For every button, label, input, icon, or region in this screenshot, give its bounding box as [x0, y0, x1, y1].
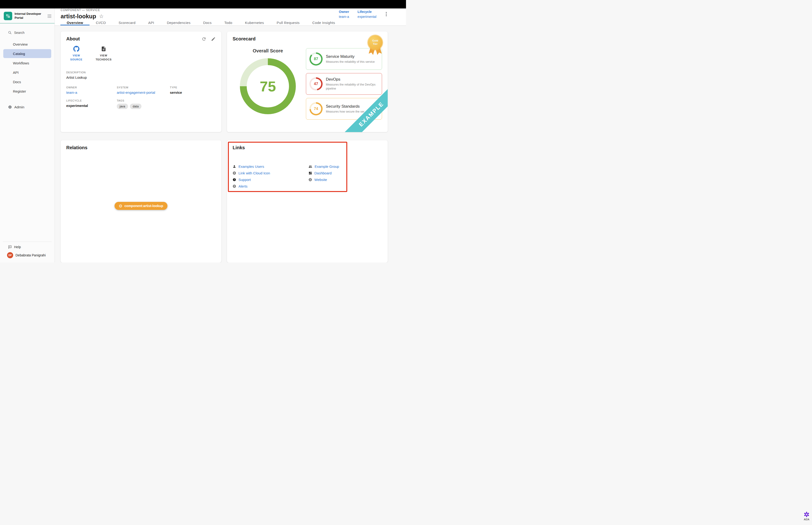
sidebar-item-overview[interactable]: Overview — [3, 40, 51, 49]
overview-content: About VIEW SO — [55, 26, 406, 262]
description-label: DESCRIPTION — [66, 71, 216, 74]
relation-node-component[interactable]: component:artist-lookup — [114, 202, 168, 210]
sidebar-item-docs[interactable]: Docs — [3, 77, 51, 86]
view-techdocs-button[interactable]: VIEW TECHDOCS — [93, 46, 114, 62]
sidebar-item-register[interactable]: Register — [3, 87, 51, 96]
avatar: DP — [7, 252, 13, 258]
tab-cicd[interactable]: CI/CD — [90, 20, 112, 25]
overall-score-donut: 75 — [240, 58, 296, 114]
system-field-label: SYSTEM — [117, 86, 170, 89]
sidebar-item-workflows[interactable]: Workflows — [3, 59, 51, 68]
lifecycle-meta: Lifecycle experimental — [357, 10, 377, 18]
description-value: Artist Lookup — [66, 75, 216, 79]
entity-node-icon — [119, 204, 122, 208]
relations-card: Relations component:artist-lookup — [61, 140, 221, 262]
globe-icon — [233, 171, 236, 175]
service-maturity-gauge: 87 — [309, 52, 323, 65]
sidebar-search[interactable]: Search — [0, 29, 55, 36]
tag-data[interactable]: data — [130, 104, 141, 109]
edit-pencil-icon[interactable] — [211, 37, 216, 41]
link-with-cloud-icon[interactable]: Link with Cloud Icon — [233, 170, 308, 176]
gold-tier-badge: Gold Tier — [367, 35, 383, 59]
tab-dependencies[interactable]: Dependencies — [160, 20, 197, 25]
links-title: Links — [233, 145, 245, 150]
view-source-button[interactable]: VIEW SOURCE — [66, 46, 87, 62]
dashboard-icon — [308, 171, 312, 175]
portal-title: Internal Developer Portal — [15, 12, 42, 20]
lifecycle-field-label: LIFECYCLE — [66, 99, 117, 102]
score-desc: Measures how secure the ser — [326, 110, 364, 114]
relations-title: Relations — [66, 145, 88, 150]
sidebar-nav: Overview Catalog Workflows API Docs Regi… — [0, 40, 55, 96]
owner-value-link[interactable]: team-a — [339, 15, 349, 18]
globe-icon — [233, 184, 236, 188]
links-card: Links Examples Users — [227, 140, 388, 262]
tab-docs[interactable]: Docs — [197, 20, 218, 25]
search-icon — [8, 31, 12, 34]
sidebar-item-api[interactable]: API — [3, 68, 51, 77]
docs-file-icon — [101, 46, 106, 52]
tab-overview[interactable]: Overview — [60, 20, 90, 25]
tab-code-insights[interactable]: Code Insights — [306, 20, 341, 25]
owner-field-label: OWNER — [66, 86, 117, 89]
more-options-icon[interactable] — [385, 11, 388, 17]
link-support[interactable]: Support — [233, 176, 308, 183]
scorecard-card: Scorecard Gold Tier Overall Score — [227, 31, 388, 132]
score-card-devops[interactable]: 47 DevOps Measures the reliability of th… — [306, 73, 382, 95]
system-field-value[interactable]: artist-engagement-portal — [117, 90, 170, 94]
lifecycle-field-value: experimental — [66, 104, 117, 108]
sidebar-header: Internal Developer Portal — [0, 9, 55, 24]
link-alerts[interactable]: Alerts — [233, 183, 308, 190]
about-card: About VIEW SO — [61, 31, 221, 132]
workflow-logo-icon — [5, 13, 11, 18]
lifecycle-label: Lifecycle — [357, 10, 377, 14]
link-dashboard[interactable]: Dashboard — [308, 170, 339, 176]
tab-pull-requests[interactable]: Pull Requests — [271, 20, 306, 25]
owner-meta: Owner team-a — [339, 10, 349, 18]
tab-api[interactable]: API — [142, 20, 160, 25]
top-black-bar — [0, 0, 406, 9]
owner-label: Owner — [339, 10, 349, 14]
sidebar-admin-label: Admin — [14, 105, 25, 109]
sidebar-item-catalog[interactable]: Catalog — [3, 49, 51, 58]
sidebar-help-label: Help — [14, 245, 21, 249]
entity-kind-eyebrow: COMPONENT — SERVICE — [61, 9, 104, 12]
portal-logo[interactable] — [4, 12, 12, 20]
gold-tier-medal: Gold Tier — [368, 35, 383, 50]
sidebar-item-help[interactable]: Help — [0, 242, 55, 252]
type-field-label: TYPE — [170, 86, 216, 89]
tab-scorecard[interactable]: Scorecard — [112, 20, 142, 25]
overall-score-label: Overall Score — [233, 48, 303, 54]
person-icon — [233, 165, 236, 168]
link-example-group[interactable]: Example Group — [308, 163, 339, 170]
owner-field-value[interactable]: team-a — [66, 90, 117, 94]
scorecard-title: Scorecard — [233, 36, 256, 42]
gear-icon — [8, 105, 12, 109]
devops-gauge: 47 — [309, 77, 323, 90]
app-shell: Internal Developer Portal Search Overvie… — [0, 9, 406, 262]
score-desc: Measures the reliability of this service — [326, 60, 375, 64]
entity-tabbar: Overview CI/CD Scorecard API Dependencie… — [55, 20, 406, 26]
score-name: DevOps — [326, 77, 379, 82]
sidebar-search-label: Search — [14, 31, 25, 34]
github-icon — [73, 46, 79, 52]
lifecycle-value: experimental — [357, 15, 377, 18]
tag-java[interactable]: java — [117, 104, 128, 109]
favorite-star-icon[interactable]: ☆ — [99, 14, 104, 19]
tab-todo[interactable]: Todo — [218, 20, 239, 25]
score-name: Security Standards — [326, 104, 364, 109]
sidebar-item-admin[interactable]: Admin — [0, 103, 55, 111]
apps-grid-icon[interactable] — [48, 14, 51, 18]
tab-kubernetes[interactable]: Kubernetes — [239, 20, 271, 25]
view-source-label: VIEW SOURCE — [67, 54, 86, 62]
refresh-icon[interactable] — [202, 37, 206, 41]
globe-icon — [308, 178, 312, 181]
link-examples-users[interactable]: Examples Users — [233, 163, 308, 170]
link-website[interactable]: Website — [308, 176, 339, 183]
about-title: About — [66, 36, 80, 42]
overall-score-value: 75 — [260, 78, 276, 95]
tags-field-label: TAGS — [117, 99, 170, 102]
score-desc: Measures the reliability of the DevOps p… — [326, 83, 379, 91]
user-name: Debabrata Panigrahi — [16, 253, 46, 257]
user-profile[interactable]: DP Debabrata Panigrahi — [0, 252, 55, 262]
